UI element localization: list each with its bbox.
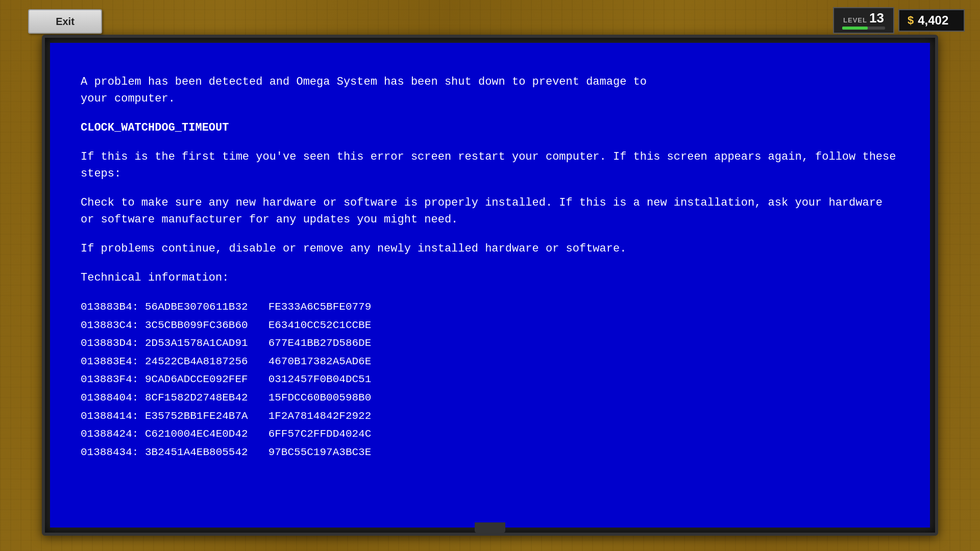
tech-addr: 013883E4: 24522CB4A8187256 (81, 353, 248, 370)
table-row: 01388434: 3B2451A4EB80554297BC55C197A3BC… (81, 444, 899, 461)
tech-info-header: Technical information: (81, 269, 899, 286)
tech-val: 0312457F0B04DC51 (268, 371, 396, 388)
tech-val: 97BC55C197A3BC3E (268, 444, 396, 461)
table-row: 01388404: 8CF1582D2748EB4215FDCC60B00598… (81, 389, 899, 407)
tech-addr: 013883D4: 2D53A1578A1CAD91 (81, 335, 248, 352)
tech-addr: 013883C4: 3C5CBB099FC36B60 (81, 317, 248, 334)
money-amount: 4,402 (918, 13, 948, 28)
tech-val: 1F2A7814842F2922 (268, 408, 396, 425)
bsod-para2: Check to make sure any new hardware or s… (81, 194, 899, 228)
tech-val: 4670B17382A5AD6E (268, 353, 396, 370)
bsod-content: A problem has been detected and Omega Sy… (50, 43, 930, 482)
table-row: 013883D4: 2D53A1578A1CAD91677E41BB27D586… (81, 335, 899, 352)
money-icon: $ (908, 14, 914, 27)
bsod-line1: A problem has been detected and Omega Sy… (81, 73, 899, 107)
monitor-notch (475, 522, 505, 533)
tech-addr: 013883F4: 9CAD6ADCCE092FEF (81, 371, 248, 388)
tech-addr: 01388424: C6210004EC4E0D42 (81, 425, 248, 443)
bsod-screen: A problem has been detected and Omega Sy… (50, 43, 930, 528)
tech-addr: 01388404: 8CF1582D2748EB42 (81, 389, 248, 407)
tech-val: 677E41BB27D586DE (268, 335, 396, 352)
tech-addr: 01388414: E35752BB1FE24B7A (81, 408, 248, 425)
level-bar-fill (842, 27, 868, 30)
table-row: 013883F4: 9CAD6ADCCE092FEF0312457F0B04DC… (81, 371, 899, 388)
tech-val: E63410CC52C1CCBE (268, 317, 396, 334)
tech-table: 013883B4: 56ADBE3070611B32FE333A6C5BFE07… (81, 298, 899, 461)
table-row: 013883E4: 24522CB4A81872564670B17382A5AD… (81, 353, 899, 370)
level-progress-bar (842, 27, 885, 30)
exit-button[interactable]: Exit (28, 9, 102, 34)
bsod-para1: If this is the first time you've seen th… (81, 148, 899, 182)
level-box: LEVEL 13 (833, 7, 894, 34)
tech-val: FE333A6C5BFE0779 (268, 298, 396, 316)
hud: LEVEL 13 $ 4,402 (833, 7, 965, 34)
tech-val: 6FF57C2FFDD4024C (268, 425, 396, 443)
table-row: 01388414: E35752BB1FE24B7A1F2A7814842F29… (81, 408, 899, 425)
level-number: 13 (869, 11, 884, 24)
bsod-error-code: CLOCK_WATCHDOG_TIMEOUT (81, 119, 899, 136)
table-row: 013883C4: 3C5CBB099FC36B60E63410CC52C1CC… (81, 317, 899, 334)
money-box: $ 4,402 (898, 9, 965, 32)
table-row: 013883B4: 56ADBE3070611B32FE333A6C5BFE07… (81, 298, 899, 316)
tech-addr: 01388434: 3B2451A4EB805542 (81, 444, 248, 461)
bsod-para3: If problems continue, disable or remove … (81, 240, 899, 257)
tech-addr: 013883B4: 56ADBE3070611B32 (81, 298, 248, 316)
level-label: LEVEL (843, 16, 867, 24)
table-row: 01388424: C6210004EC4E0D426FF57C2FFDD402… (81, 425, 899, 443)
monitor: A problem has been detected and Omega Sy… (42, 35, 938, 536)
tech-val: 15FDCC60B00598B0 (268, 389, 396, 407)
